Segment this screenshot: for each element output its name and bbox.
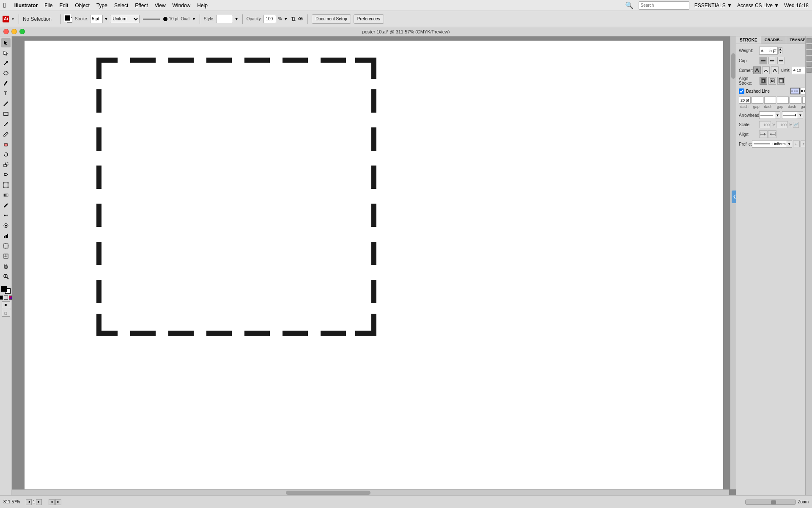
weight-up-arrow[interactable]: ▲ (778, 47, 782, 51)
profile-dropdown[interactable]: ▼ (787, 141, 792, 147)
scroll-thumb-v[interactable] (731, 53, 735, 79)
zoom-slider-thumb[interactable] (771, 500, 776, 505)
menu-type[interactable]: Type (96, 3, 107, 8)
normal-mode-icon[interactable] (0, 295, 3, 300)
magic-wand-tool[interactable] (1, 58, 11, 68)
canvas-area[interactable] (12, 36, 736, 495)
dash-input-3[interactable] (790, 97, 801, 104)
horizontal-scrollbar[interactable] (12, 489, 729, 495)
panel-icon-6[interactable] (807, 68, 812, 73)
stroke-weight-input[interactable] (90, 15, 103, 23)
rotate-tool[interactable] (1, 150, 11, 159)
blend-tool[interactable] (1, 211, 11, 220)
svg-rect-62 (130, 331, 156, 336)
zoom-tool[interactable] (1, 272, 11, 281)
pen-tool[interactable] (1, 79, 11, 88)
align-outside-btn[interactable] (777, 77, 785, 85)
type-tool[interactable]: T (1, 89, 11, 98)
apple-menu[interactable]:  (3, 2, 6, 9)
panel-icon-5[interactable] (807, 62, 812, 67)
menu-window[interactable]: Window (173, 3, 191, 8)
next-artboard-btn[interactable]: ► (36, 499, 42, 505)
vertical-scrollbar[interactable] (730, 36, 736, 489)
warp-tool[interactable] (1, 170, 11, 179)
tab-stroke[interactable]: STROKE (736, 36, 761, 44)
visibility-icon[interactable]: 👁 (298, 16, 304, 22)
document-setup-btn[interactable]: Document Setup (312, 14, 351, 24)
screen-mode-btn[interactable]: □ (2, 310, 10, 317)
prev-artboard-btn[interactable]: ◄ (26, 499, 32, 505)
close-btn[interactable] (3, 29, 9, 34)
preferences-btn[interactable]: Preferences (354, 14, 384, 24)
pencil-tool[interactable] (1, 130, 11, 139)
align-center-btn[interactable] (760, 77, 767, 85)
line-tool[interactable] (1, 99, 11, 108)
weight-input[interactable] (765, 47, 777, 54)
gap-input-2[interactable] (777, 97, 789, 104)
free-transform-tool[interactable] (1, 180, 11, 190)
essentials-menu[interactable]: ESSENTIALS ▼ (694, 3, 732, 8)
access-cs-live-btn[interactable]: Access CS Live ▼ (737, 3, 779, 8)
left-panel-btn[interactable]: ◄ (49, 499, 55, 505)
gap-input-1[interactable] (752, 97, 763, 104)
dash-input-2[interactable] (764, 97, 776, 104)
stroke-style-select[interactable]: Uniform (110, 15, 140, 23)
arrowhead-end-dropdown[interactable]: ▼ (798, 112, 803, 119)
right-panel-btn[interactable]: ► (55, 499, 61, 505)
minimize-btn[interactable] (11, 29, 17, 34)
zoom-slider[interactable] (745, 500, 796, 505)
dashed-line-checkbox[interactable] (739, 88, 744, 94)
panel-icon-4[interactable] (807, 56, 812, 61)
corner-round-btn[interactable] (762, 66, 770, 74)
selection-tool[interactable] (1, 38, 11, 47)
scale-tool[interactable] (1, 160, 11, 169)
arrowhead-start-dropdown[interactable]: ▼ (775, 112, 780, 119)
panel-icon-3[interactable] (807, 50, 812, 55)
dash-pattern-btn-1[interactable] (790, 88, 800, 94)
corner-bevel-btn[interactable] (771, 66, 779, 74)
style-input[interactable] (216, 15, 233, 23)
paintbrush-tool[interactable] (1, 119, 11, 129)
graph-tool[interactable] (1, 231, 11, 240)
artboard-tool[interactable] (1, 241, 11, 251)
app-name[interactable]: Illustrator (14, 3, 38, 8)
gradient-tool[interactable] (1, 190, 11, 200)
fill-stroke-swatches[interactable] (1, 286, 11, 294)
cap-round-btn[interactable] (768, 57, 776, 64)
stroke-swatch[interactable] (65, 15, 70, 21)
dash-input-1[interactable] (739, 97, 751, 104)
tab-gradient[interactable]: GRADIE... (761, 36, 787, 44)
menu-select[interactable]: Select (114, 3, 128, 8)
profile-flip-h-btn[interactable]: ↔ (793, 141, 800, 147)
draw-mode-btn[interactable]: ■ (2, 301, 10, 308)
eraser-tool[interactable] (1, 140, 11, 149)
limit-input[interactable] (796, 67, 806, 74)
direct-selection-tool[interactable] (1, 48, 11, 58)
menu-effect[interactable]: Effect (135, 3, 148, 8)
menu-help[interactable]: Help (197, 3, 208, 8)
cap-projecting-btn[interactable] (777, 57, 785, 64)
symbol-tool[interactable] (1, 221, 11, 230)
cap-butt-btn[interactable] (760, 57, 767, 64)
maximize-btn[interactable] (19, 29, 25, 34)
opacity-input[interactable] (263, 15, 276, 23)
corner-miter-btn[interactable] (753, 66, 761, 74)
panel-icon-1[interactable] (807, 38, 812, 43)
search-input[interactable] (639, 1, 689, 10)
scroll-thumb-h[interactable] (286, 491, 370, 495)
hand-tool[interactable] (1, 262, 11, 271)
weight-down-arrow[interactable]: ▼ (778, 51, 782, 54)
menu-view[interactable]: View (155, 3, 166, 8)
reorder-icon[interactable]: ⇅ (291, 16, 296, 22)
lasso-tool[interactable] (1, 69, 11, 78)
menu-object[interactable]: Object (75, 3, 90, 8)
none-icon[interactable] (4, 295, 8, 300)
menu-edit[interactable]: Edit (60, 3, 69, 8)
rectangle-tool[interactable] (1, 109, 11, 119)
slice-tool[interactable] (1, 251, 11, 261)
svg-marker-89 (795, 114, 796, 116)
panel-icon-2[interactable] (807, 44, 812, 49)
align-inside-btn[interactable] (768, 77, 776, 85)
eyedropper-tool[interactable] (1, 201, 11, 210)
menu-file[interactable]: File (44, 3, 52, 8)
